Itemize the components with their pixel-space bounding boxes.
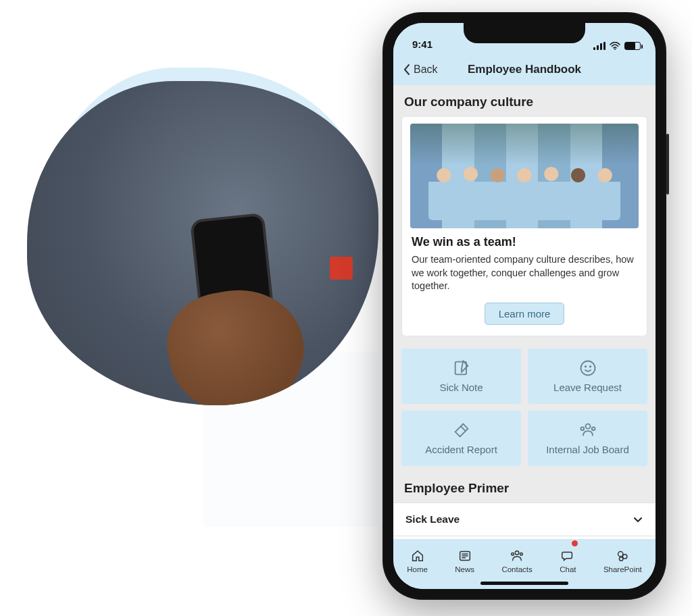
phone-frame: 9:41 Back Employee Handbook Our company …	[382, 12, 666, 600]
back-button[interactable]: Back	[403, 63, 438, 76]
ticket-icon	[452, 421, 471, 440]
svg-point-14	[620, 557, 624, 561]
tab-sharepoint[interactable]: SharePoint	[603, 548, 642, 573]
culture-card-text: Our team-oriented company culture descri…	[412, 253, 637, 293]
svg-point-0	[614, 49, 616, 50]
status-time: 9:41	[412, 38, 432, 50]
svg-point-9	[515, 550, 519, 555]
tile-sick-note[interactable]: Sick Note	[401, 349, 521, 404]
accordion-label: Sick Leave	[405, 513, 460, 525]
news-icon	[458, 548, 472, 563]
tile-label: Sick Note	[439, 382, 483, 393]
worker-photo	[27, 81, 378, 405]
svg-point-7	[591, 428, 595, 431]
tab-label: Chat	[560, 565, 576, 573]
svg-point-11	[520, 553, 523, 555]
svg-point-4	[589, 366, 590, 367]
svg-point-6	[580, 428, 584, 431]
quick-tiles: Sick Note Leave Request Accident Report …	[393, 346, 656, 477]
tile-label: Internal Job Board	[546, 444, 629, 455]
culture-card: We win as a team! Our team-oriented comp…	[401, 116, 647, 336]
tab-bar: Home News Contacts Chat SharePoint	[393, 539, 656, 589]
phone-screen: 9:41 Back Employee Handbook Our company …	[393, 23, 656, 589]
tab-home[interactable]: Home	[407, 548, 428, 573]
home-icon	[410, 548, 425, 563]
tab-label: Home	[407, 565, 428, 573]
svg-point-12	[618, 551, 623, 556]
section-primer-title: Employee Primer	[393, 477, 656, 503]
svg-point-3	[585, 366, 585, 367]
battery-icon	[624, 42, 641, 50]
wifi-icon	[610, 42, 620, 50]
culture-card-image	[410, 124, 639, 228]
content-area[interactable]: Our company culture We win as a team! Ou…	[393, 85, 656, 539]
sharepoint-icon	[615, 548, 630, 563]
smile-icon	[578, 359, 597, 378]
svg-point-10	[512, 553, 514, 555]
tab-contacts[interactable]: Contacts	[501, 548, 532, 573]
nav-header: Back Employee Handbook	[393, 54, 656, 85]
accordion-sick-leave[interactable]: Sick Leave	[393, 503, 656, 536]
chat-icon	[560, 548, 575, 563]
phone-notch	[464, 23, 585, 43]
tab-label: SharePoint	[603, 565, 642, 573]
chevron-left-icon	[403, 63, 411, 76]
primer-accordion: Sick Leave Leave Regulation	[393, 503, 656, 539]
home-indicator[interactable]	[480, 582, 568, 585]
tile-job-board[interactable]: Internal Job Board	[528, 411, 647, 466]
note-pencil-icon	[452, 359, 471, 378]
tab-news[interactable]: News	[455, 548, 474, 573]
notification-dot-icon	[572, 540, 578, 546]
svg-point-5	[585, 424, 590, 429]
culture-card-heading: We win as a team!	[412, 235, 637, 249]
chevron-down-icon	[633, 514, 643, 525]
tab-chat[interactable]: Chat	[560, 548, 576, 573]
section-culture-title: Our company culture	[393, 85, 656, 116]
tile-accident-report[interactable]: Accident Report	[401, 411, 521, 466]
tab-label: News	[455, 565, 474, 573]
cellular-signal-icon	[593, 42, 606, 50]
tile-label: Leave Request	[553, 382, 622, 393]
tile-label: Accident Report	[425, 444, 497, 455]
contacts-icon	[510, 548, 524, 563]
svg-point-13	[623, 554, 627, 558]
learn-more-button[interactable]: Learn more	[485, 303, 565, 325]
svg-point-2	[580, 361, 595, 376]
people-group-icon	[578, 421, 597, 440]
back-label: Back	[414, 63, 438, 76]
tab-label: Contacts	[501, 565, 532, 573]
tile-leave-request[interactable]: Leave Request	[528, 349, 647, 404]
